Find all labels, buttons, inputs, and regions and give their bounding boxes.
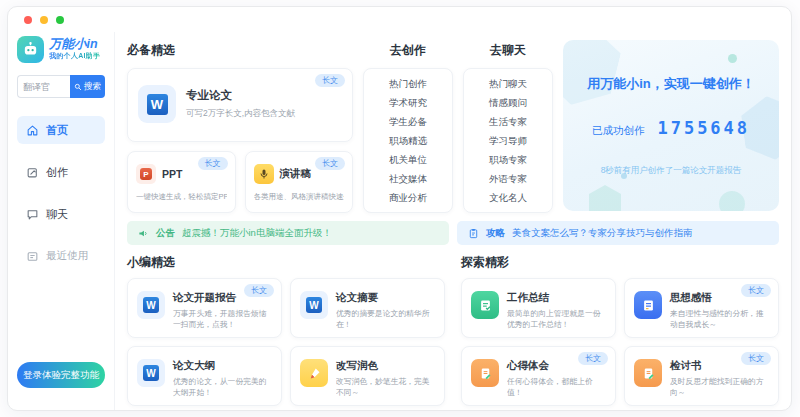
card-desc: 改写润色，妙笔生花，完美不同～ (336, 377, 435, 399)
card-desc: 万事开头难，开题报告烦恼一扫而光，点我！ (173, 309, 272, 331)
card-desc: 来自理性与感性的分析，推动自我成长～ (670, 309, 769, 331)
sidebar-item-label: 创作 (46, 165, 68, 180)
ppt-icon: P (136, 164, 156, 184)
chat-title: 去聊天 (463, 42, 553, 59)
promo-counter-label: 已成功创作 (592, 124, 645, 138)
card-thesis-outline[interactable]: W 论文大纲 优秀的论文，从一份完美的大纲开始！ (127, 346, 282, 406)
guide-banner[interactable]: 攻略 美食文案怎么写？专家分享技巧与创作指南 (457, 221, 779, 245)
promo-banner: 用万能小in，实现一键创作！ 已成功创作 1755648 8秒前有用户创作了一篇… (563, 40, 779, 211)
create-item-workplace[interactable]: 职场精选 (364, 136, 452, 146)
chat-item-hot[interactable]: 热门聊天 (464, 79, 552, 89)
card-work-summary[interactable]: 工作总结 最简单的向上管理就是一份优秀的工作总结！ (461, 278, 616, 338)
notice-text: 美食文案怎么写？专家分享技巧与创作指南 (512, 227, 693, 240)
clipboard-icon (468, 228, 479, 239)
create-item-business[interactable]: 商业分析 (364, 193, 452, 203)
create-item-social[interactable]: 社交媒体 (364, 174, 452, 184)
editor-picks-section: 小编精选 长文 W 论文开题报告 万事开头难，开题报告烦恼一扫而光，点我！ (127, 247, 445, 406)
search-button[interactable]: 搜索 (70, 75, 105, 98)
create-item-student[interactable]: 学生必备 (364, 117, 452, 127)
card-desc: 优秀的摘要是论文的精华所在！ (336, 309, 435, 331)
chat-item-emotion[interactable]: 情感顾问 (464, 98, 552, 108)
card-desc: 优秀的论文，从一份完美的大纲开始！ (173, 377, 272, 399)
brush-icon (300, 359, 328, 387)
sidebar-item-home[interactable]: 首页 (17, 116, 105, 144)
create-title: 去创作 (363, 42, 453, 59)
card-desc: 可写2万字长文,内容包含文献 (186, 108, 295, 120)
checklist-icon (471, 291, 499, 319)
essentials-title: 必备精选 (127, 42, 353, 59)
longform-badge: 长文 (315, 157, 345, 170)
notebook-icon (634, 291, 662, 319)
sidebar-search: 搜索 (17, 75, 105, 98)
chat-item-language[interactable]: 外语专家 (464, 174, 552, 184)
card-title: 论文摘要 (336, 291, 435, 305)
explore-title: 探索精彩 (461, 254, 779, 271)
card-thesis-abstract[interactable]: W 论文摘要 优秀的摘要是论文的精华所在！ (290, 278, 445, 338)
window-titlebar (8, 7, 791, 32)
microphone-icon (254, 164, 274, 184)
sidebar-item-label: 首页 (46, 123, 68, 138)
card-desc: 及时反思才能找到正确的方向～ (670, 377, 769, 399)
card-ppt[interactable]: 长文 P PPT 一键快速生成，轻松搞定PPT (127, 151, 236, 213)
card-experience-insights[interactable]: 长文 (461, 346, 616, 406)
create-section: 去创作 热门创作 学术研究 学生必备 职场精选 机关单位 社交媒体 商业分析 (363, 37, 453, 213)
explore-section: 探索精彩 (461, 247, 779, 406)
search-icon (74, 83, 82, 91)
card-professional-paper[interactable]: 长文 W 专业论文 可写2万字长文,内容包含文献 (127, 68, 353, 142)
card-title: 工作总结 (507, 291, 606, 305)
login-button[interactable]: 登录体验完整功能 (17, 362, 105, 388)
promo-ticker: 8秒前有用户创作了一篇论文开题报告 (563, 165, 779, 177)
notice-tag: 公告 (156, 227, 175, 240)
hexagon-decoration (589, 185, 621, 211)
edit-icon (26, 166, 39, 179)
create-list: 热门创作 学术研究 学生必备 职场精选 机关单位 社交媒体 商业分析 (363, 68, 453, 213)
scroll-icon (471, 359, 499, 387)
main-content: 必备精选 长文 W 专业论文 可写2万字长文,内容包含文献 (115, 32, 791, 410)
longform-badge: 长文 (198, 157, 228, 170)
card-desc: 一键快速生成，轻松搞定PPT (136, 192, 227, 202)
minimize-window-button[interactable] (40, 16, 48, 24)
sidebar: 万能小in 我的个人AI助手 搜索 (8, 32, 115, 410)
card-title: 专业论文 (186, 88, 295, 103)
word-doc-icon: W (137, 359, 165, 387)
longform-badge: 长文 (741, 352, 771, 365)
app-logo: 万能小in 我的个人AI助手 (17, 36, 105, 63)
sidebar-item-recent[interactable]: 最近使用 (17, 242, 105, 270)
longform-badge: 长文 (578, 352, 608, 365)
longform-badge: 长文 (315, 74, 345, 87)
megaphone-icon (138, 228, 149, 239)
chat-item-life[interactable]: 生活专家 (464, 117, 552, 127)
create-item-hot[interactable]: 热门创作 (364, 79, 452, 89)
sidebar-item-label: 聊天 (46, 207, 68, 222)
chat-item-culture[interactable]: 文化名人 (464, 193, 552, 203)
sidebar-item-chat[interactable]: 聊天 (17, 200, 105, 228)
longform-badge: 长文 (244, 284, 274, 297)
recent-icon (26, 250, 39, 263)
card-title: 改写润色 (336, 359, 435, 373)
search-input[interactable] (17, 75, 70, 98)
card-rewrite-polish[interactable]: 改写润色 改写润色，妙笔生花，完美不同～ (290, 346, 445, 406)
card-title: PPT (162, 168, 182, 180)
sidebar-item-label: 最近使用 (46, 249, 88, 263)
card-self-review[interactable]: 长文 (624, 346, 779, 406)
create-item-government[interactable]: 机关单位 (364, 155, 452, 165)
close-window-button[interactable] (24, 16, 32, 24)
search-button-label: 搜索 (84, 81, 101, 93)
maximize-window-button[interactable] (56, 16, 64, 24)
notice-text: 超震撼！万能小in电脑端全面升级！ (182, 227, 332, 240)
card-speech[interactable]: 长文 演讲稿 (245, 151, 354, 213)
chat-item-career[interactable]: 职场专家 (464, 155, 552, 165)
home-icon (26, 124, 39, 137)
word-doc-icon: W (300, 291, 328, 319)
card-desc: 各类用途、风格演讲稿快速生成！ (254, 192, 345, 202)
create-item-academic[interactable]: 学术研究 (364, 98, 452, 108)
chat-list: 热门聊天 情感顾问 生活专家 学习导师 职场专家 外语专家 文化名人 (463, 68, 553, 213)
chat-item-study[interactable]: 学习导师 (464, 136, 552, 146)
sidebar-item-create[interactable]: 创作 (17, 158, 105, 186)
announcement-banner[interactable]: 公告 超震撼！万能小in电脑端全面升级！ (127, 221, 449, 245)
editor-picks-title: 小编精选 (127, 254, 445, 271)
bubble-decoration (728, 54, 737, 63)
sidebar-menu: 首页 创作 聊天 (17, 116, 105, 270)
card-thesis-proposal[interactable]: 长文 W 论文开题报告 万事开头难，开题报告烦恼一扫而光，点我！ (127, 278, 282, 338)
card-reflections[interactable]: 长文 (624, 278, 779, 338)
